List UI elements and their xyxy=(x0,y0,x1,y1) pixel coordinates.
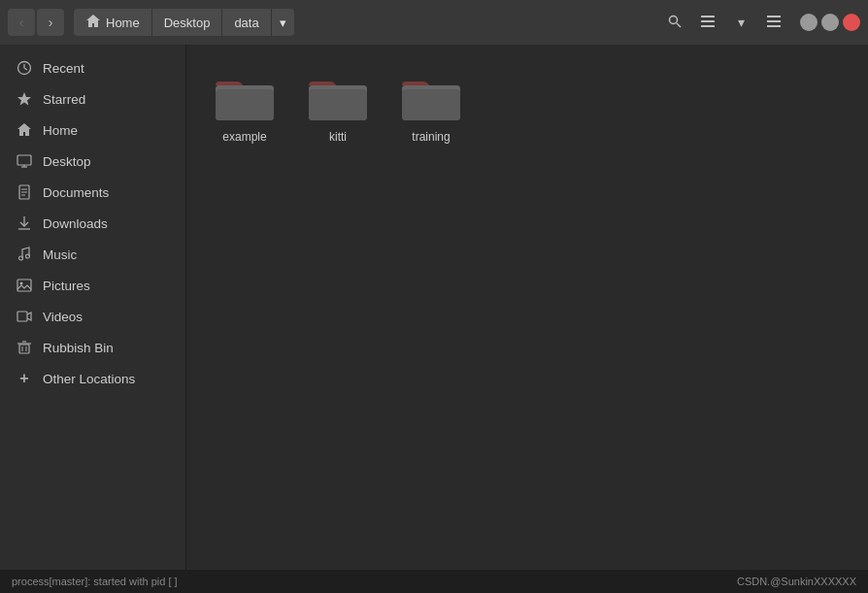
breadcrumb-data[interactable]: data xyxy=(221,9,270,36)
svg-rect-6 xyxy=(767,20,781,22)
forward-button[interactable]: › xyxy=(37,9,64,36)
home-icon xyxy=(85,14,101,32)
svg-rect-2 xyxy=(701,16,715,17)
sidebar-item-music[interactable]: Music xyxy=(0,239,185,270)
statusbar-right: CSDN.@SunkinXXXXXX xyxy=(737,576,856,587)
sidebar-item-starred[interactable]: Starred xyxy=(0,83,185,115)
svg-rect-24 xyxy=(19,345,29,353)
breadcrumb-dropdown[interactable]: ▾ xyxy=(271,9,294,36)
main-area: Recent Starred Home xyxy=(0,45,868,570)
breadcrumb-home[interactable]: Home xyxy=(74,9,151,36)
videos-icon xyxy=(16,308,33,325)
recent-label: Recent xyxy=(43,61,84,76)
folder-icon-kitti xyxy=(307,72,369,124)
folder-training[interactable]: training xyxy=(392,64,470,151)
other-locations-label: Other Locations xyxy=(43,372,135,386)
list-view-button[interactable] xyxy=(693,9,722,36)
downloads-label: Downloads xyxy=(43,216,108,231)
sidebar-item-desktop[interactable]: Desktop xyxy=(0,146,185,177)
svg-rect-4 xyxy=(701,25,715,27)
other-locations-icon: + xyxy=(16,370,33,387)
folder-name-example: example xyxy=(222,130,266,144)
sidebar: Recent Starred Home xyxy=(0,45,186,570)
rubbish-label: Rubbish Bin xyxy=(43,341,114,355)
statusbar: process[master]: started with pid [ ] CS… xyxy=(0,570,868,593)
data-label: data xyxy=(234,16,258,30)
breadcrumb-desktop[interactable]: Desktop xyxy=(151,9,222,36)
svg-rect-23 xyxy=(17,312,27,321)
svg-rect-3 xyxy=(701,20,715,22)
list-view-icon xyxy=(700,14,716,32)
rubbish-icon xyxy=(16,339,33,356)
sort-button[interactable]: ▾ xyxy=(726,9,755,36)
sidebar-item-rubbish[interactable]: Rubbish Bin xyxy=(0,332,185,363)
search-icon xyxy=(667,14,683,32)
folder-kitti[interactable]: kitti xyxy=(299,64,377,151)
nav-controls: ‹ › xyxy=(8,9,64,36)
desktop-label: Desktop xyxy=(164,16,211,30)
breadcrumb: Home Desktop data ▾ xyxy=(74,9,294,36)
titlebar: ‹ › Home Desktop data ▾ xyxy=(0,0,868,45)
options-button[interactable] xyxy=(759,9,788,36)
svg-point-22 xyxy=(20,282,23,285)
folder-name-training: training xyxy=(412,130,450,144)
folder-icon-example xyxy=(214,72,276,124)
home-sidebar-label: Home xyxy=(43,123,78,138)
videos-label: Videos xyxy=(43,310,83,324)
search-button[interactable] xyxy=(660,9,689,36)
options-icon xyxy=(766,14,782,32)
home-sidebar-icon xyxy=(16,121,33,139)
titlebar-actions: ▾ xyxy=(660,9,788,36)
recent-icon xyxy=(16,59,33,77)
svg-rect-7 xyxy=(767,25,781,27)
starred-label: Starred xyxy=(43,92,85,107)
svg-rect-34 xyxy=(309,89,367,120)
sidebar-item-home[interactable]: Home xyxy=(0,115,185,146)
file-area: example kitti xyxy=(186,45,868,570)
close-button[interactable]: ✕ xyxy=(843,14,860,31)
sidebar-item-other[interactable]: + Other Locations xyxy=(0,363,185,394)
desktop-icon xyxy=(16,152,33,170)
svg-rect-21 xyxy=(17,280,31,291)
home-label: Home xyxy=(106,16,140,30)
sidebar-item-downloads[interactable]: Downloads xyxy=(0,208,185,239)
window-controls: – □ ✕ xyxy=(800,14,860,31)
svg-rect-5 xyxy=(767,16,781,17)
back-button[interactable]: ‹ xyxy=(8,9,35,36)
music-icon xyxy=(16,246,33,263)
desktop-sidebar-label: Desktop xyxy=(43,154,91,169)
folder-icon-training xyxy=(400,72,462,124)
pictures-icon xyxy=(16,277,33,294)
sidebar-item-pictures[interactable]: Pictures xyxy=(0,270,185,301)
svg-rect-31 xyxy=(216,89,274,120)
chevron-down-icon: ▾ xyxy=(280,16,286,30)
svg-point-0 xyxy=(670,16,678,23)
sort-icon: ▾ xyxy=(738,15,745,30)
star-icon xyxy=(16,90,33,108)
folder-name-kitti: kitti xyxy=(329,130,347,144)
svg-rect-10 xyxy=(17,155,31,165)
svg-marker-9 xyxy=(17,92,31,106)
sidebar-item-documents[interactable]: Documents xyxy=(0,177,185,208)
pictures-label: Pictures xyxy=(43,279,90,293)
folder-example[interactable]: example xyxy=(206,64,284,151)
maximize-button[interactable]: □ xyxy=(821,14,839,31)
documents-label: Documents xyxy=(43,185,109,200)
sidebar-item-videos[interactable]: Videos xyxy=(0,301,185,332)
music-label: Music xyxy=(43,247,77,262)
minimize-button[interactable]: – xyxy=(800,14,818,31)
svg-line-1 xyxy=(677,23,681,27)
downloads-icon xyxy=(16,214,33,232)
sidebar-item-recent[interactable]: Recent xyxy=(0,52,185,83)
documents-icon xyxy=(16,183,33,201)
statusbar-text: process[master]: started with pid [ ] xyxy=(12,576,178,587)
svg-rect-37 xyxy=(402,89,460,120)
